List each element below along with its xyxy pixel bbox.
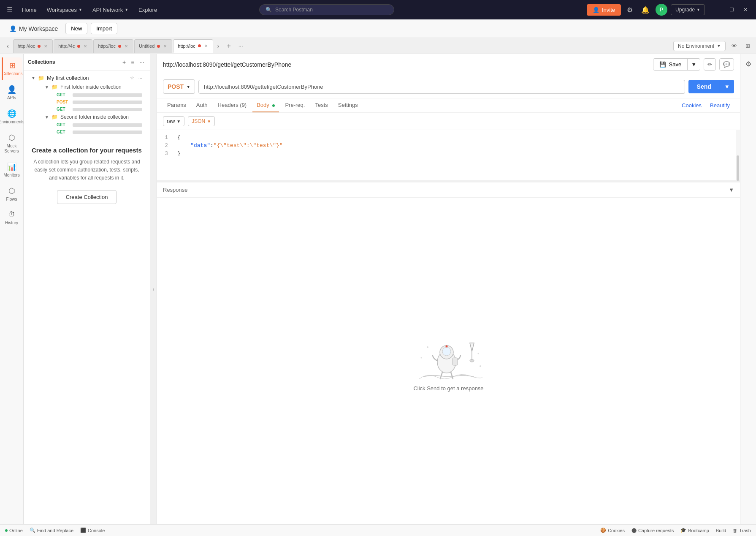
more-options-button[interactable]: ··· (138, 57, 146, 67)
tab-params[interactable]: Params (163, 98, 190, 112)
tabs-row: ‹ http://loc ✕ http://4c ✕ http://loc ✕ … (0, 38, 756, 54)
import-button[interactable]: Import (91, 23, 117, 34)
nav-home[interactable]: Home (18, 4, 41, 16)
save-button[interactable]: 💾 Save (653, 59, 687, 70)
search-bar[interactable]: 🔍 Search Postman (259, 4, 394, 15)
body-format-select[interactable]: raw ▼ (163, 116, 184, 126)
sidebar-right-settings-icon[interactable]: ⚙ (743, 57, 754, 71)
line-num-3: 3 (163, 150, 168, 157)
format-chevron: ▼ (176, 119, 181, 124)
comment-button[interactable]: 💬 (719, 58, 734, 71)
tab-tests[interactable]: Tests (311, 98, 332, 112)
settings-icon[interactable]: ⚙ (624, 4, 635, 16)
collection-header[interactable]: ▼ 📁 My first collection ☆ ··· (28, 73, 146, 83)
request-item[interactable]: POST (41, 98, 146, 106)
nav-workspaces[interactable]: Workspaces ▼ (43, 4, 87, 16)
body-lang-select[interactable]: JSON ▼ (188, 116, 215, 126)
online-dot (5, 529, 8, 532)
collection-more-button[interactable]: ··· (137, 76, 142, 81)
folder-2-header[interactable]: ▼ 📁 Second folder inside collection (35, 113, 146, 121)
svg-point-9 (420, 357, 422, 359)
request-item[interactable]: GET (41, 106, 146, 113)
tab-close-3[interactable]: ✕ (124, 43, 129, 49)
tab-auth[interactable]: Auth (192, 98, 212, 112)
sidebar-item-environments[interactable]: 🌐 Environments (2, 106, 22, 128)
collection-star-button[interactable]: ☆ (130, 75, 134, 81)
url-input[interactable] (198, 80, 685, 94)
response-chevron-icon[interactable]: ▼ (729, 187, 734, 193)
request-item[interactable]: GET (41, 128, 146, 136)
scrollbar-thumb[interactable] (737, 155, 739, 181)
save-dropdown-button[interactable]: ▼ (687, 59, 700, 70)
code-scrollbar[interactable] (736, 130, 740, 180)
cookies-status-button[interactable]: 🍪 Cookies (600, 528, 625, 533)
nav-api-network[interactable]: API Network ▼ (88, 4, 133, 16)
minimize-button[interactable]: — (712, 5, 723, 14)
avatar-icon[interactable]: P (656, 4, 667, 16)
find-replace-button[interactable]: 🔍 Find and Replace (30, 528, 73, 533)
tab-close-2[interactable]: ✕ (83, 43, 88, 49)
tab-add-button[interactable]: + (224, 41, 234, 52)
maximize-button[interactable]: ☐ (726, 5, 737, 14)
tab-close-1[interactable]: ✕ (43, 43, 48, 49)
capture-requests-button[interactable]: ⬤ Capture requests (631, 528, 674, 533)
bootcamp-button[interactable]: 🎓 Bootcamp (680, 528, 709, 533)
tab-settings[interactable]: Settings (334, 98, 362, 112)
tab-3[interactable]: http://loc ✕ (93, 39, 133, 53)
tab-prev-arrow[interactable]: ‹ (3, 41, 12, 51)
request-item[interactable]: GET (41, 91, 146, 98)
tab-close-4[interactable]: ✕ (163, 43, 168, 49)
svg-point-1 (470, 359, 474, 362)
tab-close-5[interactable]: ✕ (203, 43, 209, 49)
beautify-link[interactable]: Beautify (706, 99, 734, 112)
tab-next-arrow[interactable]: › (214, 41, 223, 51)
send-button[interactable]: Send (688, 80, 720, 93)
sidebar-item-apis[interactable]: 👤 APIs (2, 82, 22, 104)
request-url-2 (73, 101, 142, 104)
edit-button[interactable]: ✏ (704, 58, 716, 71)
panel-expand-arrow[interactable]: › (150, 54, 157, 524)
build-button[interactable]: Build (716, 528, 726, 533)
env-grid-button[interactable]: ⊞ (743, 41, 753, 51)
tab-active[interactable]: http://loc ✕ (173, 39, 213, 53)
tab-body[interactable]: Body (252, 98, 279, 112)
tab-untitled[interactable]: Untitled ✕ (134, 39, 172, 53)
trash-button[interactable]: 🗑 Trash (733, 528, 751, 533)
request-url-5 (73, 131, 142, 134)
folder-icon-2: 📁 (51, 114, 58, 120)
method-get-badge-4: GET (57, 130, 70, 134)
code-content[interactable]: { "data":"{\"test\":\"test\"}" } (174, 134, 740, 176)
tab-headers[interactable]: Headers (9) (214, 98, 251, 112)
menu-icon[interactable]: ☰ (5, 4, 14, 16)
environment-select[interactable]: No Environment ▼ (673, 41, 726, 51)
add-collection-button[interactable]: + (121, 57, 127, 67)
tab-2[interactable]: http://4c ✕ (54, 39, 92, 53)
status-online[interactable]: Online (5, 528, 23, 533)
folder-1-header[interactable]: ▼ 📁 First folder inside collection (35, 83, 146, 91)
new-button[interactable]: New (65, 23, 87, 34)
sidebar-item-collections[interactable]: ⊞ Collections (2, 57, 22, 80)
console-button[interactable]: ⬛ Console (80, 528, 105, 533)
invite-button[interactable]: 👤 Invite (587, 4, 621, 16)
sidebar-item-mock-servers[interactable]: ⬡ Mock Servers (2, 130, 22, 157)
tab-pre-req[interactable]: Pre-req. (281, 98, 309, 112)
create-collection-button[interactable]: Create Collection (57, 190, 117, 204)
request-item[interactable]: GET (41, 121, 146, 128)
lang-chevron: ▼ (207, 119, 211, 124)
workspace-name[interactable]: 👤 My Workspace (5, 23, 62, 35)
sidebar-item-monitors[interactable]: 📊 Monitors (2, 159, 22, 181)
history-icon: ⏱ (8, 210, 16, 219)
close-button[interactable]: ✕ (740, 5, 751, 14)
upgrade-button[interactable]: Upgrade ▼ (671, 4, 705, 15)
env-eye-button[interactable]: 👁 (729, 41, 740, 51)
sidebar-item-flows[interactable]: ⬡ Flows (2, 183, 22, 205)
filter-button[interactable]: ≡ (130, 57, 135, 67)
bell-icon[interactable]: 🔔 (639, 4, 652, 16)
tab-more-button[interactable]: ··· (235, 41, 247, 51)
tab-1[interactable]: http://loc ✕ (13, 39, 53, 53)
nav-explore[interactable]: Explore (134, 4, 161, 16)
method-select[interactable]: POST ▼ (163, 79, 195, 94)
cookies-link[interactable]: Cookies (677, 99, 706, 112)
send-dropdown-button[interactable]: ▼ (720, 80, 734, 93)
sidebar-item-history[interactable]: ⏱ History (2, 207, 22, 229)
